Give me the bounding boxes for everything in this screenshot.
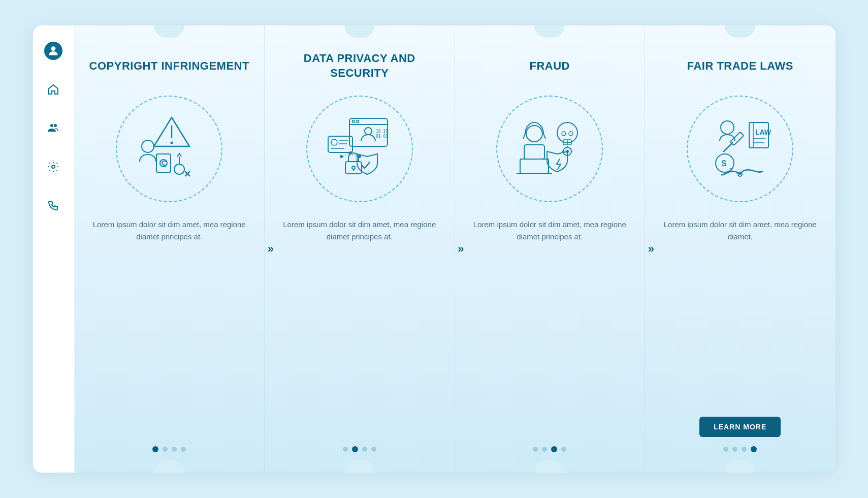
card-wrapper-fraud: FRAUD [455, 25, 646, 473]
dot-3 [551, 446, 557, 452]
svg-rect-38 [520, 159, 549, 173]
phone-icon[interactable] [44, 196, 62, 214]
card-fair-trade: FAIR TRADE LAWS LAW [645, 25, 835, 473]
svg-point-10 [174, 164, 184, 174]
dots-fraud [533, 446, 566, 456]
svg-rect-26 [345, 162, 362, 174]
svg-rect-8 [156, 154, 171, 172]
svg-point-9 [160, 160, 167, 167]
card-desc-copyright: Lorem ipsum dolor sit dim amet, mea regi… [89, 219, 250, 437]
svg-point-47 [566, 150, 569, 153]
svg-point-31 [358, 155, 361, 158]
dot-2 [163, 447, 168, 452]
illustration-copyright [116, 96, 222, 202]
svg-line-32 [343, 153, 349, 157]
cards-area: COPYRIGHT INFRINGEMENT [75, 25, 835, 473]
dots-copyright [152, 446, 186, 456]
svg-point-18 [365, 128, 372, 135]
svg-point-16 [352, 120, 355, 123]
card-copyright: COPYRIGHT INFRINGEMENT [75, 25, 265, 473]
dot-3 [742, 447, 747, 452]
card-wrapper-fair-trade: FAIR TRADE LAWS LAW [645, 25, 835, 473]
svg-line-36 [543, 134, 545, 139]
svg-rect-56 [749, 122, 753, 148]
svg-point-17 [356, 120, 359, 123]
dot-1 [343, 447, 348, 452]
card-desc-fair-trade: Lorem ipsum dolor sit dim amet, mea regi… [659, 219, 821, 408]
dot-1 [533, 447, 538, 452]
dots-privacy [343, 446, 376, 456]
dot-4 [371, 447, 376, 452]
user-icon[interactable] [44, 42, 62, 60]
card-fraud: FRAUD [455, 25, 646, 473]
card-title-privacy: DATA PRIVACY AND SECURITY [279, 51, 440, 81]
dot-4 [181, 447, 186, 452]
dot-2 [352, 446, 358, 452]
svg-text:10 10: 10 10 [376, 129, 388, 134]
svg-point-6 [171, 142, 173, 144]
dot-3 [172, 447, 177, 452]
card-wrapper-copyright: COPYRIGHT INFRINGEMENT [75, 25, 265, 473]
svg-rect-37 [524, 145, 544, 159]
svg-point-44 [562, 132, 566, 136]
illustration-fair-trade: LAW $ [687, 96, 793, 202]
dot-4 [561, 447, 566, 452]
illustration-fraud [496, 96, 603, 202]
svg-point-3 [52, 165, 55, 168]
learn-more-button[interactable]: LEARN MORE [699, 417, 781, 437]
card-desc-fraud: Lorem ipsum dolor sit dim amet, mea regi… [469, 219, 631, 437]
chevron-1: » [268, 242, 274, 256]
svg-point-52 [721, 121, 734, 134]
svg-point-29 [340, 155, 343, 158]
card-wrapper-privacy: DATA PRIVACY AND SECURITY 10 10 01 01 [265, 25, 455, 473]
svg-point-1 [50, 124, 53, 127]
svg-text:$: $ [722, 159, 726, 168]
svg-text:01 01: 01 01 [376, 134, 388, 139]
dot-2 [542, 447, 547, 452]
dot-1 [723, 447, 728, 452]
settings-icon[interactable] [44, 158, 62, 176]
svg-point-7 [142, 140, 154, 152]
svg-line-35 [523, 134, 525, 139]
illustration-privacy: 10 10 01 01 [306, 96, 413, 202]
dot-4 [751, 446, 757, 452]
main-container: COPYRIGHT INFRINGEMENT [33, 25, 835, 473]
people-icon[interactable] [44, 119, 62, 137]
dot-3 [362, 447, 367, 452]
svg-point-2 [54, 124, 57, 127]
card-title-fraud: FRAUD [530, 51, 570, 81]
card-desc-privacy: Lorem ipsum dolor sit dim amet, mea regi… [279, 219, 440, 437]
svg-point-34 [526, 126, 542, 142]
svg-point-27 [352, 166, 355, 169]
svg-point-0 [51, 46, 56, 51]
card-privacy: DATA PRIVACY AND SECURITY 10 10 01 01 [265, 25, 455, 473]
card-title-copyright: COPYRIGHT INFRINGEMENT [89, 51, 249, 81]
chevron-2: » [458, 242, 464, 256]
svg-line-54 [724, 143, 732, 151]
chevron-3: » [648, 242, 654, 256]
svg-point-22 [331, 139, 337, 145]
dot-1 [152, 446, 158, 452]
dot-2 [732, 447, 737, 452]
sidebar [33, 25, 75, 473]
svg-point-45 [569, 132, 573, 136]
svg-text:LAW: LAW [755, 128, 771, 136]
svg-point-30 [349, 151, 352, 154]
dots-fair-trade [723, 446, 757, 456]
home-icon[interactable] [44, 80, 62, 99]
card-title-fair-trade: FAIR TRADE LAWS [687, 51, 793, 81]
